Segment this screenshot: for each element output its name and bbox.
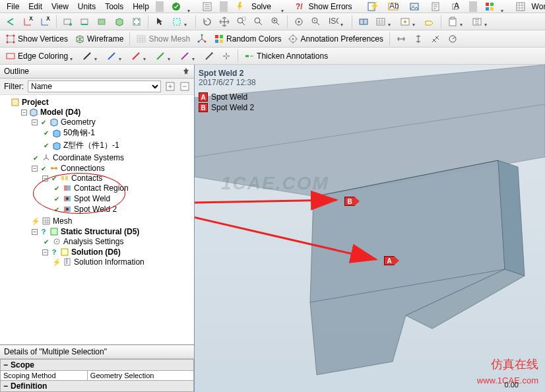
picture-icon[interactable] — [404, 0, 424, 14]
note-icon[interactable] — [426, 0, 445, 14]
menu-help[interactable]: Help — [129, 1, 153, 13]
sel-face-icon[interactable] — [94, 15, 110, 28]
expander[interactable]: − — [42, 249, 48, 255]
wireframe-button[interactable]: Wireframe — [72, 32, 126, 46]
outline-title: Outline — [0, 65, 194, 79]
tree-connections[interactable]: Connections — [61, 164, 105, 173]
menu-view[interactable]: View — [48, 1, 73, 13]
show-mesh-button[interactable]: Show Mesh — [133, 32, 193, 46]
svg-rect-81 — [61, 249, 68, 255]
a-label-icon[interactable]: A — [447, 0, 466, 14]
zoom-box-icon[interactable] — [234, 15, 249, 28]
sel-vertex-icon[interactable] — [60, 15, 76, 28]
coord-sys-icon[interactable] — [194, 32, 210, 46]
pan-icon[interactable] — [216, 15, 232, 28]
edge-tool-1[interactable] — [79, 49, 102, 63]
zoom-to-icon[interactable] — [308, 15, 324, 28]
svg-rect-64 — [12, 99, 18, 106]
single-select-icon[interactable] — [152, 15, 168, 28]
checklist-icon[interactable] — [197, 0, 217, 14]
tool-icon-1[interactable]: ⚡ — [362, 0, 382, 14]
marker-a[interactable]: A — [384, 256, 399, 265]
expander[interactable]: − — [42, 176, 48, 181]
edge-tool-2[interactable] — [104, 49, 127, 63]
tree-project[interactable]: Project — [22, 98, 49, 107]
svg-point-53 — [198, 40, 200, 42]
tree-solinfo[interactable]: Solution Information — [74, 257, 144, 267]
tree-geo1[interactable]: 50角钢-1 — [63, 127, 95, 139]
dim-diag-icon[interactable] — [428, 32, 443, 46]
previewmesh-icon[interactable] — [373, 15, 396, 28]
expander[interactable]: − — [32, 119, 38, 125]
abc-icon[interactable]: Abc — [383, 0, 403, 14]
thicken-annotations-button[interactable]: Thicken Annotations — [241, 49, 331, 63]
edge-tool-3[interactable] — [128, 49, 151, 63]
connections-icon — [49, 164, 59, 173]
marker-b[interactable]: B — [344, 197, 360, 206]
tree-solution[interactable]: Solution (D6) — [71, 247, 121, 257]
filter-collapse-icon[interactable] — [179, 81, 190, 92]
edge-tool-7[interactable] — [218, 49, 234, 63]
tree-geo2[interactable]: Z型件（件1）-1 — [63, 140, 119, 151]
tag-tool-icon[interactable] — [422, 15, 437, 28]
box-select-icon[interactable] — [169, 15, 192, 28]
details-scoping-method-value[interactable]: Geometry Selection — [87, 371, 193, 381]
tree-static[interactable]: Static Structural (D5) — [61, 227, 139, 236]
tree-spotweld2[interactable]: Spot Weld 2 — [74, 205, 117, 214]
details-scope: Scope — [11, 360, 34, 370]
show-vertices-button[interactable]: Show Vertices — [3, 32, 71, 46]
sel-node-icon[interactable] — [129, 15, 144, 28]
edge-coloring-button[interactable]: Edge Coloring — [3, 49, 78, 63]
random-colors-button[interactable]: Random Colors — [211, 32, 284, 46]
tree-contact-region[interactable]: Contact Region — [74, 183, 129, 193]
filter-select[interactable]: Name — [28, 81, 161, 92]
section-icon[interactable] — [356, 15, 371, 28]
expander[interactable]: − — [32, 166, 38, 172]
svg-rect-56 — [215, 40, 218, 43]
rotate-icon[interactable] — [199, 15, 215, 28]
look-at-icon[interactable] — [291, 15, 307, 28]
show-errors-button[interactable]: ?/Show Errors — [291, 0, 361, 15]
coord-xy-icon[interactable]: xy — [20, 15, 36, 28]
svg-rect-12 — [490, 3, 494, 6]
expander[interactable]: − — [32, 229, 38, 235]
menu-file[interactable]: File — [3, 1, 23, 13]
tree-mesh[interactable]: Mesh — [53, 216, 72, 226]
clipboard-icon[interactable] — [445, 15, 468, 28]
viewport-3d[interactable]: Spot Weld 2 2017/6/27 12:38 ASpot Weld B… — [195, 65, 545, 392]
sel-edge-icon[interactable] — [77, 15, 93, 28]
color-grid-icon[interactable] — [480, 0, 509, 14]
geometry-icon — [49, 117, 59, 127]
dim-h-icon[interactable] — [393, 32, 409, 46]
tree-spotweld[interactable]: Spot Weld — [74, 194, 110, 203]
filter-expand-icon[interactable] — [165, 81, 176, 92]
tree-model[interactable]: Model (D4) — [40, 108, 80, 117]
worksheet-button[interactable]: Worksheet — [511, 0, 545, 15]
expander[interactable]: − — [21, 110, 27, 115]
menu-edit[interactable]: Edit — [24, 1, 46, 13]
solve-button[interactable]: Solve — [230, 0, 290, 15]
tree-contacts[interactable]: Contacts — [71, 174, 102, 183]
menu-tools[interactable]: Tools — [101, 1, 127, 13]
tree-coord[interactable]: Coordinate Systems — [53, 153, 124, 162]
zoom-fit-icon[interactable] — [268, 15, 284, 28]
probe-icon[interactable] — [397, 15, 420, 28]
coord-xz-icon[interactable]: xz — [37, 15, 53, 28]
pin-icon[interactable] — [182, 67, 190, 75]
edge-tool-6[interactable] — [201, 49, 217, 63]
manage-icon[interactable] — [469, 15, 492, 28]
tree-geometry[interactable]: Geometry — [61, 117, 96, 127]
ok-button[interactable] — [166, 0, 196, 14]
menu-units[interactable]: Units — [74, 1, 100, 13]
sel-body-icon[interactable] — [112, 15, 127, 28]
edge-tool-5[interactable] — [177, 49, 200, 63]
tree-analysis[interactable]: Analysis Settings — [63, 237, 123, 246]
iso-icon[interactable]: ISO — [325, 15, 348, 28]
edge-tool-4[interactable] — [152, 49, 176, 63]
select-arrowback-icon[interactable] — [3, 15, 18, 28]
dim-v-icon[interactable] — [410, 32, 426, 46]
zoom-icon[interactable] — [251, 15, 267, 28]
dim-rad-icon[interactable] — [445, 32, 461, 46]
outline-tree[interactable]: Project −Model (D4) −Geometry 50角钢-1 Z型件… — [0, 95, 194, 344]
annotation-prefs-button[interactable]: Annotation Preferences — [285, 32, 385, 46]
